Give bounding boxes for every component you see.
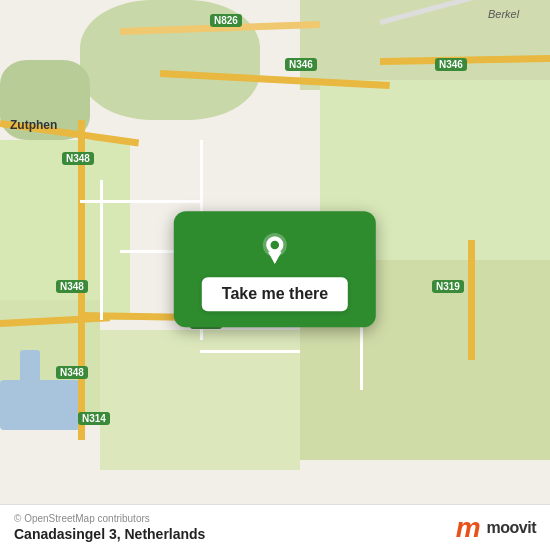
road-label-n346-1: N346	[285, 58, 317, 71]
small-road-2	[80, 200, 200, 203]
water-1	[0, 380, 80, 430]
moovit-wordmark: moovit	[487, 519, 536, 537]
moovit-m-letter: m	[456, 514, 481, 542]
svg-point-2	[271, 241, 280, 250]
svg-marker-4	[270, 253, 280, 263]
map-container: N826 N346 N346 N348 N348 N348 N314 N314 …	[0, 0, 550, 550]
road-label-n348-3: N348	[56, 366, 88, 379]
water-2	[20, 350, 40, 430]
road-label-n826: N826	[210, 14, 242, 27]
road-label-n348-2: N348	[56, 280, 88, 293]
moovit-logo: m moovit	[456, 514, 536, 542]
pin-icon	[257, 231, 293, 267]
city-zutphen: Zutphen	[10, 118, 57, 132]
road-label-n319: N319	[432, 280, 464, 293]
road-n319	[468, 240, 475, 360]
take-me-there-button[interactable]: Take me there	[202, 277, 348, 311]
green-area-5	[0, 140, 130, 320]
copyright-text: © OpenStreetMap contributors	[14, 513, 205, 524]
bottom-info: © OpenStreetMap contributors Canadasinge…	[14, 513, 205, 542]
location-popup: Take me there	[174, 211, 376, 327]
road-label-n314-2: N314	[78, 412, 110, 425]
address-text: Canadasingel 3, Netherlands	[14, 526, 205, 542]
small-road-7	[200, 350, 300, 353]
road-label-n348-1: N348	[62, 152, 94, 165]
road-label-n346-2: N346	[435, 58, 467, 71]
bottom-bar: © OpenStreetMap contributors Canadasinge…	[0, 504, 550, 550]
city-berkel: Berkel	[488, 8, 519, 20]
